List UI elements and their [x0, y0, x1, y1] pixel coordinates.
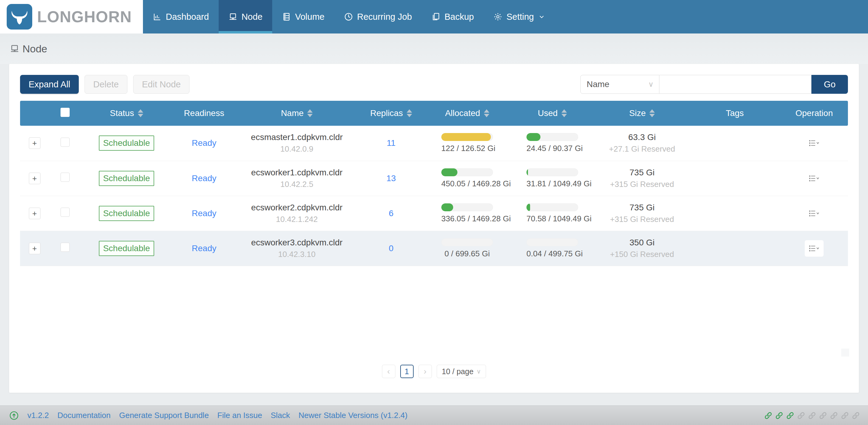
longhorn-logo-icon [7, 4, 32, 30]
col-tags: Tags [689, 108, 780, 118]
col-name[interactable]: Name [236, 108, 358, 118]
sort-icon [407, 109, 412, 117]
newer-versions-link[interactable]: Newer Stable Versions (v1.2.4) [299, 411, 407, 420]
footer-links: v1.2.2 Documentation Generate Support Bu… [9, 411, 407, 420]
readiness-link[interactable]: Ready [192, 208, 217, 218]
link-icon[interactable] [808, 411, 816, 420]
version-link[interactable]: v1.2.2 [27, 411, 49, 420]
allocated-label: 122 / 126.52 Gi [441, 144, 493, 153]
expand-all-button[interactable]: Expand All [20, 75, 79, 94]
operation-menu-button[interactable] [805, 170, 824, 187]
readiness-link[interactable]: Ready [192, 244, 217, 253]
search-field-select[interactable]: Name ∨ [580, 75, 659, 94]
node-size: 735 Gi [595, 203, 689, 213]
search-input[interactable] [659, 75, 811, 94]
expand-row-button[interactable]: + [29, 137, 40, 149]
link-icon[interactable] [786, 411, 795, 420]
col-operation: Operation [780, 108, 848, 118]
documentation-link[interactable]: Documentation [58, 411, 111, 420]
readiness-link[interactable]: Ready [192, 138, 217, 148]
volume-icon [282, 12, 291, 21]
page-title-row: Node [0, 33, 868, 64]
replicas-link[interactable]: 11 [386, 138, 395, 148]
delete-button[interactable]: Delete [85, 75, 128, 94]
col-status[interactable]: Status [81, 108, 172, 118]
node-reserved: +150 Gi Reserved [595, 250, 689, 259]
node-card: Expand All Delete Edit Node Name ∨ Go [9, 64, 859, 393]
readiness-link[interactable]: Ready [192, 173, 217, 183]
select-all-checkbox[interactable] [61, 108, 70, 117]
link-icon[interactable] [775, 411, 783, 420]
slack-link[interactable]: Slack [271, 411, 290, 420]
table-header-row: Status Readiness Name Replicas Allocated… [20, 101, 848, 126]
row-checkbox[interactable] [61, 243, 70, 252]
sort-icon [484, 109, 489, 117]
link-icon[interactable] [819, 411, 827, 420]
page-1-button[interactable]: 1 [400, 365, 414, 378]
allocated-bar [441, 203, 453, 211]
col-allocated[interactable]: Allocated [425, 108, 510, 118]
table-row: + Schedulable Ready ecsmaster1.cdpkvm.cl… [20, 126, 848, 161]
operation-menu-button[interactable] [805, 135, 824, 151]
used-bar [526, 168, 528, 176]
replicas-link[interactable]: 13 [386, 173, 396, 183]
chevron-down-icon: ∨ [476, 368, 481, 375]
used-meter: 31.81 / 1049.49 Gi [526, 168, 578, 189]
allocated-label: 450.05 / 1469.28 Gi [441, 179, 493, 189]
operation-menu-button[interactable] [805, 205, 824, 222]
node-page-icon [10, 44, 20, 54]
allocated-bar [441, 168, 457, 176]
nav-dashboard[interactable]: Dashboard [143, 0, 219, 33]
nav-recurring-job[interactable]: Recurring Job [334, 0, 422, 33]
operation-list-icon [809, 244, 819, 253]
allocated-bar [441, 133, 491, 141]
nav-volume[interactable]: Volume [272, 0, 334, 33]
expand-row-button[interactable]: + [29, 208, 40, 219]
next-page-button[interactable]: › [418, 365, 432, 378]
edit-node-button[interactable]: Edit Node [133, 75, 189, 94]
go-button[interactable]: Go [811, 75, 848, 94]
col-used[interactable]: Used [510, 108, 595, 118]
allocated-meter: 450.05 / 1469.28 Gi [441, 168, 493, 189]
allocated-label: 0 / 699.65 Gi [441, 249, 493, 258]
search-group: Name ∨ Go [580, 75, 848, 94]
row-checkbox[interactable] [61, 173, 70, 182]
nav-setting[interactable]: Setting [484, 0, 554, 33]
node-table: Status Readiness Name Replicas Allocated… [20, 101, 848, 266]
node-name: ecsworker2.cdpkvm.cldr [236, 203, 358, 213]
table-row: + Schedulable Ready ecsworker3.cdpkvm.cl… [20, 231, 848, 266]
used-bar [526, 203, 530, 211]
expand-row-button[interactable]: + [29, 243, 40, 254]
link-icon[interactable] [830, 411, 838, 420]
link-icon[interactable] [764, 411, 773, 420]
used-label: 70.58 / 1049.49 Gi [526, 214, 578, 223]
replicas-link[interactable]: 0 [389, 244, 394, 253]
page-size-select[interactable]: 10 / page ∨ [437, 365, 486, 378]
col-size[interactable]: Size [595, 108, 689, 118]
col-readiness: Readiness [172, 108, 236, 118]
node-reserved: +27.1 Gi Reserved [595, 144, 689, 154]
support-bundle-link[interactable]: Generate Support Bundle [119, 411, 209, 420]
nav-backup[interactable]: Backup [422, 0, 484, 33]
file-issue-link[interactable]: File an Issue [217, 411, 262, 420]
node-name: ecsworker1.cdpkvm.cldr [236, 168, 358, 177]
row-checkbox[interactable] [61, 208, 70, 217]
table-row: + Schedulable Ready ecsworker1.cdpkvm.cl… [20, 161, 848, 196]
link-icon[interactable] [841, 411, 849, 420]
link-icon[interactable] [851, 411, 860, 420]
used-label: 24.45 / 90.37 Gi [526, 144, 578, 153]
chevron-down-icon: ∨ [648, 80, 654, 89]
expand-row-button[interactable]: + [29, 173, 40, 184]
prev-page-button[interactable]: ‹ [382, 365, 395, 378]
top-nav: LONGHORN Dashboard Node Volume Recurring… [0, 0, 868, 33]
used-meter: 70.58 / 1049.49 Gi [526, 203, 578, 223]
link-icon[interactable] [797, 411, 805, 420]
allocated-meter: 122 / 126.52 Gi [441, 133, 493, 153]
brand: LONGHORN [0, 0, 143, 33]
nav-node[interactable]: Node [219, 0, 272, 33]
row-checkbox[interactable] [61, 138, 70, 147]
operation-menu-button[interactable] [805, 240, 824, 257]
replicas-link[interactable]: 6 [389, 208, 394, 218]
col-replicas[interactable]: Replicas [358, 108, 425, 118]
used-bar [526, 133, 540, 141]
